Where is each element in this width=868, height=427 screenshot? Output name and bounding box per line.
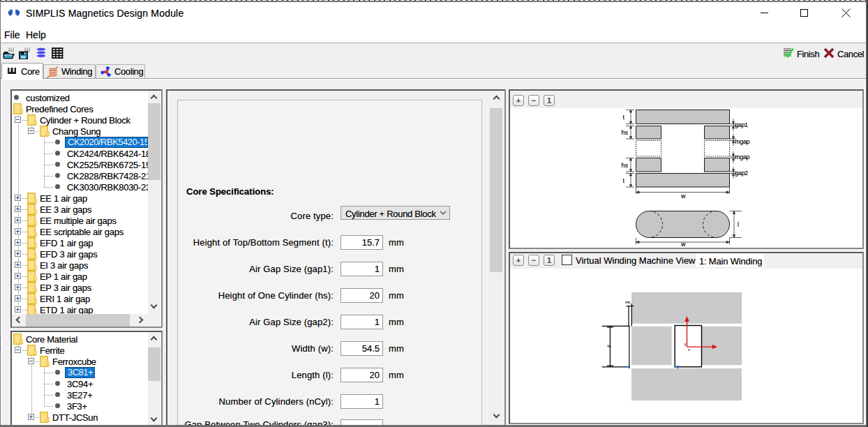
svg-text:t: t: [622, 114, 624, 121]
svg-text:w: w: [680, 193, 686, 200]
svg-text:mgap: mgap: [735, 153, 750, 160]
svg-text:gap1: gap1: [735, 121, 748, 128]
svg-text:mb: mb: [625, 300, 630, 304]
svg-text:hs: hs: [608, 344, 612, 348]
svg-text:t: t: [622, 177, 624, 184]
svg-text:mgap: mgap: [735, 138, 750, 145]
svg-text:gap2: gap2: [735, 170, 748, 177]
svg-text:hs: hs: [621, 162, 628, 169]
svg-text:l: l: [738, 221, 739, 228]
svg-text:w: w: [680, 241, 686, 248]
svg-text:hs: hs: [621, 129, 628, 136]
svg-text:y: y: [684, 342, 687, 346]
svg-text:x: x: [688, 347, 690, 352]
